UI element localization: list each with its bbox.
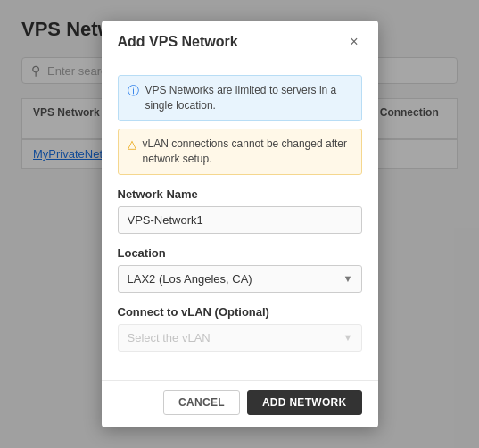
location-label: Location <box>118 246 362 260</box>
vlan-label-highlight: vLAN <box>181 305 211 319</box>
vlan-select: Select the vLAN <box>118 324 362 352</box>
vlan-label: Connect to vLAN (Optional) <box>118 305 362 319</box>
info-banner: ⓘ VPS Networks are limited to servers in… <box>118 75 362 121</box>
vlan-field-group: Connect to vLAN (Optional) Select the vL… <box>118 305 362 352</box>
info-message: VPS Networks are limited to servers in a… <box>145 83 352 113</box>
warning-icon: △ <box>128 137 136 153</box>
warning-banner: △ vLAN connections cannot be changed aft… <box>118 129 362 175</box>
cancel-button[interactable]: CANCEL <box>163 390 240 415</box>
add-network-button[interactable]: ADD NETWORK <box>247 390 362 415</box>
add-vps-network-modal: Add VPS Network × ⓘ VPS Networks are lim… <box>102 21 378 427</box>
location-select[interactable]: LAX2 (Los Angeles, CA) NYC1 (New York, N… <box>118 265 362 293</box>
info-icon: ⓘ <box>128 83 139 99</box>
warning-message: vLAN connections cannot be changed after… <box>143 137 352 167</box>
vlan-label-prefix: Connect to <box>118 305 182 319</box>
network-name-field-group: Network Name <box>118 187 362 234</box>
modal-body: ⓘ VPS Networks are limited to servers in… <box>102 62 378 379</box>
modal-header: Add VPS Network × <box>102 21 378 62</box>
network-name-input[interactable] <box>118 206 362 234</box>
location-select-wrap: LAX2 (Los Angeles, CA) NYC1 (New York, N… <box>118 265 362 293</box>
modal-footer: CANCEL ADD NETWORK <box>102 380 378 427</box>
modal-title: Add VPS Network <box>118 34 238 50</box>
network-name-label: Network Name <box>118 187 362 201</box>
modal-overlay: Add VPS Network × ⓘ VPS Networks are lim… <box>0 0 479 448</box>
location-field-group: Location LAX2 (Los Angeles, CA) NYC1 (Ne… <box>118 246 362 293</box>
vlan-select-wrap: Select the vLAN ▼ <box>118 324 362 352</box>
vlan-label-suffix: (Optional) <box>211 305 269 319</box>
modal-close-button[interactable]: × <box>346 33 361 51</box>
